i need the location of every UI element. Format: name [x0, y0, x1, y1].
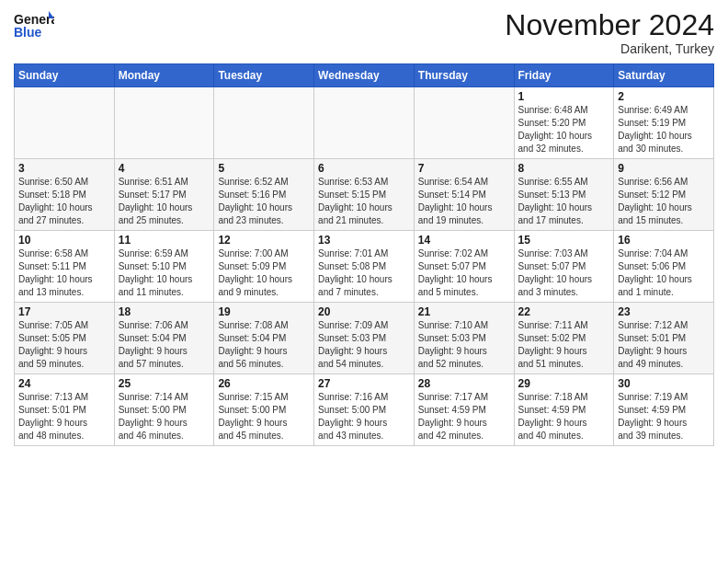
calendar-cell [114, 87, 214, 159]
day-info: Sunrise: 7:04 AMSunset: 5:06 PMDaylight:… [618, 247, 710, 299]
calendar-cell: 17Sunrise: 7:05 AMSunset: 5:05 PMDayligh… [15, 303, 115, 374]
calendar-week-5: 24Sunrise: 7:13 AMSunset: 5:01 PMDayligh… [15, 374, 714, 446]
calendar-cell [414, 87, 514, 159]
day-number: 1 [518, 90, 610, 103]
day-number: 8 [518, 162, 610, 175]
day-number: 21 [418, 305, 510, 318]
logo: General Blue [14, 9, 54, 42]
calendar-cell: 16Sunrise: 7:04 AMSunset: 5:06 PMDayligh… [614, 231, 714, 303]
day-info: Sunrise: 7:10 AMSunset: 5:03 PMDaylight:… [418, 319, 510, 371]
day-info: Sunrise: 7:00 AMSunset: 5:09 PMDaylight:… [218, 247, 310, 299]
svg-text:Blue: Blue [14, 25, 42, 40]
day-number: 29 [518, 377, 610, 390]
day-number: 5 [218, 162, 310, 175]
day-info: Sunrise: 7:09 AMSunset: 5:03 PMDaylight:… [318, 319, 410, 371]
calendar-cell: 8Sunrise: 6:55 AMSunset: 5:13 PMDaylight… [514, 159, 614, 231]
day-number: 11 [119, 234, 210, 247]
day-info: Sunrise: 6:56 AMSunset: 5:12 PMDaylight:… [618, 176, 710, 227]
day-info: Sunrise: 7:02 AMSunset: 5:07 PMDaylight:… [418, 247, 510, 299]
day-info: Sunrise: 6:50 AMSunset: 5:18 PMDaylight:… [18, 176, 110, 227]
day-info: Sunrise: 7:05 AMSunset: 5:05 PMDaylight:… [18, 319, 110, 371]
calendar-week-2: 3Sunrise: 6:50 AMSunset: 5:18 PMDaylight… [15, 159, 714, 231]
calendar-cell: 22Sunrise: 7:11 AMSunset: 5:02 PMDayligh… [514, 303, 614, 374]
calendar-cell: 29Sunrise: 7:18 AMSunset: 4:59 PMDayligh… [514, 374, 614, 446]
day-number: 9 [618, 162, 710, 175]
calendar-cell: 20Sunrise: 7:09 AMSunset: 5:03 PMDayligh… [314, 303, 415, 374]
day-number: 24 [18, 377, 110, 390]
day-info: Sunrise: 7:17 AMSunset: 4:59 PMDaylight:… [418, 391, 510, 442]
day-info: Sunrise: 7:12 AMSunset: 5:01 PMDaylight:… [618, 319, 710, 371]
calendar-cell: 6Sunrise: 6:53 AMSunset: 5:15 PMDaylight… [314, 159, 415, 231]
calendar-cell: 1Sunrise: 6:48 AMSunset: 5:20 PMDaylight… [514, 87, 614, 159]
day-number: 16 [618, 234, 710, 247]
day-number: 2 [618, 90, 710, 103]
calendar-table: SundayMondayTuesdayWednesdayThursdayFrid… [14, 63, 714, 446]
day-number: 26 [218, 377, 310, 390]
calendar-cell: 26Sunrise: 7:15 AMSunset: 5:00 PMDayligh… [214, 374, 314, 446]
day-number: 17 [18, 305, 110, 318]
day-info: Sunrise: 6:54 AMSunset: 5:14 PMDaylight:… [418, 176, 510, 227]
day-number: 6 [318, 162, 410, 175]
calendar-cell: 11Sunrise: 6:59 AMSunset: 5:10 PMDayligh… [114, 231, 214, 303]
calendar-cell: 28Sunrise: 7:17 AMSunset: 4:59 PMDayligh… [414, 374, 514, 446]
calendar-cell [15, 87, 115, 159]
day-number: 7 [418, 162, 510, 175]
day-info: Sunrise: 7:19 AMSunset: 4:59 PMDaylight:… [618, 391, 710, 442]
calendar-cell: 24Sunrise: 7:13 AMSunset: 5:01 PMDayligh… [15, 374, 115, 446]
day-number: 15 [518, 234, 610, 247]
day-number: 28 [418, 377, 510, 390]
calendar-cell: 7Sunrise: 6:54 AMSunset: 5:14 PMDaylight… [414, 159, 514, 231]
calendar-cell: 21Sunrise: 7:10 AMSunset: 5:03 PMDayligh… [414, 303, 514, 374]
calendar-cell: 3Sunrise: 6:50 AMSunset: 5:18 PMDaylight… [15, 159, 115, 231]
weekday-header-wednesday: Wednesday [314, 64, 415, 87]
calendar-week-1: 1Sunrise: 6:48 AMSunset: 5:20 PMDaylight… [15, 87, 714, 159]
day-number: 10 [18, 234, 110, 247]
day-number: 12 [218, 234, 310, 247]
day-number: 25 [119, 377, 210, 390]
calendar-cell: 27Sunrise: 7:16 AMSunset: 5:00 PMDayligh… [314, 374, 415, 446]
calendar-cell: 2Sunrise: 6:49 AMSunset: 5:19 PMDaylight… [614, 87, 714, 159]
calendar-cell [314, 87, 415, 159]
day-info: Sunrise: 7:13 AMSunset: 5:01 PMDaylight:… [18, 391, 110, 442]
day-number: 13 [318, 234, 410, 247]
day-number: 30 [618, 377, 710, 390]
day-info: Sunrise: 6:52 AMSunset: 5:16 PMDaylight:… [218, 176, 310, 227]
day-number: 4 [119, 162, 210, 175]
calendar-week-3: 10Sunrise: 6:58 AMSunset: 5:11 PMDayligh… [15, 231, 714, 303]
calendar-week-4: 17Sunrise: 7:05 AMSunset: 5:05 PMDayligh… [15, 303, 714, 374]
day-number: 23 [618, 305, 710, 318]
logo-icon: General Blue [14, 9, 54, 42]
weekday-header-friday: Friday [514, 64, 614, 87]
day-info: Sunrise: 6:53 AMSunset: 5:15 PMDaylight:… [318, 176, 410, 227]
weekday-header-tuesday: Tuesday [214, 64, 314, 87]
calendar-cell: 23Sunrise: 7:12 AMSunset: 5:01 PMDayligh… [614, 303, 714, 374]
day-info: Sunrise: 6:49 AMSunset: 5:19 PMDaylight:… [618, 104, 710, 155]
calendar-cell: 30Sunrise: 7:19 AMSunset: 4:59 PMDayligh… [614, 374, 714, 446]
day-info: Sunrise: 7:03 AMSunset: 5:07 PMDaylight:… [518, 247, 610, 299]
day-info: Sunrise: 6:59 AMSunset: 5:10 PMDaylight:… [119, 247, 210, 299]
day-info: Sunrise: 7:18 AMSunset: 4:59 PMDaylight:… [518, 391, 610, 442]
day-info: Sunrise: 6:48 AMSunset: 5:20 PMDaylight:… [518, 104, 610, 155]
page: General Blue November 2024 Darikent, Tur… [0, 0, 728, 563]
day-info: Sunrise: 7:16 AMSunset: 5:00 PMDaylight:… [318, 391, 410, 442]
calendar-cell: 10Sunrise: 6:58 AMSunset: 5:11 PMDayligh… [15, 231, 115, 303]
day-info: Sunrise: 7:01 AMSunset: 5:08 PMDaylight:… [318, 247, 410, 299]
day-number: 3 [18, 162, 110, 175]
calendar-cell: 15Sunrise: 7:03 AMSunset: 5:07 PMDayligh… [514, 231, 614, 303]
calendar-cell: 14Sunrise: 7:02 AMSunset: 5:07 PMDayligh… [414, 231, 514, 303]
day-number: 19 [218, 305, 310, 318]
day-number: 20 [318, 305, 410, 318]
day-info: Sunrise: 7:15 AMSunset: 5:00 PMDaylight:… [218, 391, 310, 442]
calendar-cell [214, 87, 314, 159]
location: Darikent, Turkey [505, 41, 714, 56]
day-info: Sunrise: 6:55 AMSunset: 5:13 PMDaylight:… [518, 176, 610, 227]
weekday-header-monday: Monday [114, 64, 214, 87]
calendar-cell: 9Sunrise: 6:56 AMSunset: 5:12 PMDaylight… [614, 159, 714, 231]
day-info: Sunrise: 7:11 AMSunset: 5:02 PMDaylight:… [518, 319, 610, 371]
calendar-cell: 18Sunrise: 7:06 AMSunset: 5:04 PMDayligh… [114, 303, 214, 374]
day-info: Sunrise: 6:58 AMSunset: 5:11 PMDaylight:… [18, 247, 110, 299]
day-number: 14 [418, 234, 510, 247]
weekday-header-row: SundayMondayTuesdayWednesdayThursdayFrid… [15, 64, 714, 87]
title-area: November 2024 Darikent, Turkey [505, 9, 714, 56]
calendar-cell: 19Sunrise: 7:08 AMSunset: 5:04 PMDayligh… [214, 303, 314, 374]
